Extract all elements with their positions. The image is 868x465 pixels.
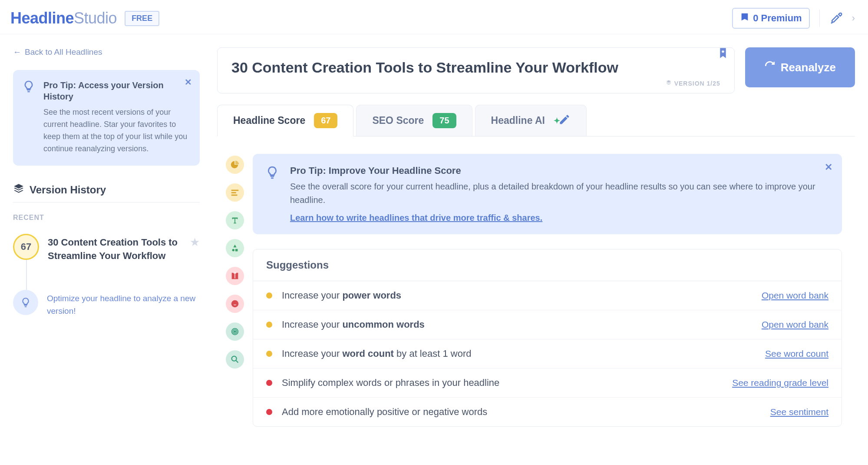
- type-icon[interactable]: [226, 211, 244, 229]
- refresh-icon: [764, 60, 776, 75]
- severity-dot: [266, 322, 272, 328]
- version-item[interactable]: 67 30 Content Creation Tools to Streamli…: [13, 234, 200, 263]
- suggestions-card: Suggestions Increase your power wordsOpe…: [253, 249, 842, 427]
- shapes-icon[interactable]: [226, 239, 244, 257]
- suggestion-row: Increase your power wordsOpen word bank: [253, 281, 842, 310]
- tabs: Headline Score 67 SEO Score 75 Headline …: [217, 105, 855, 136]
- header-divider: [819, 10, 820, 27]
- suggestion-text: Increase your word count by at least 1 w…: [282, 348, 765, 359]
- seo-score-value: 75: [432, 113, 456, 128]
- severity-dot: [266, 409, 272, 415]
- premium-label: 0 Premium: [753, 13, 802, 24]
- lightbulb-icon: [22, 80, 36, 155]
- main-pro-tip: Pro Tip: Improve Your Headline Score See…: [253, 154, 842, 234]
- reanalyze-label: Reanalyze: [781, 61, 836, 74]
- lightbulb-circle-icon: [13, 290, 38, 315]
- sidebar-tip-title: Pro Tip: Access your Version History: [43, 80, 191, 102]
- arrow-left-icon: ←: [13, 47, 21, 57]
- close-icon[interactable]: ✕: [185, 77, 192, 87]
- logo-primary: Headline: [10, 9, 74, 27]
- recent-label: RECENT: [13, 214, 200, 222]
- suggestion-link[interactable]: See word count: [765, 349, 828, 359]
- smile-icon[interactable]: [226, 295, 244, 313]
- stack-icon: [666, 80, 672, 87]
- suggestion-link[interactable]: See sentiment: [770, 407, 828, 417]
- tab-label: SEO Score: [372, 115, 424, 126]
- close-icon[interactable]: ✕: [825, 162, 832, 173]
- tab-label: Headline Score: [233, 115, 305, 126]
- suggestion-row: Increase your word count by at least 1 w…: [253, 339, 842, 369]
- suggestion-text: Increase your uncommon words: [282, 319, 762, 330]
- reanalyze-button[interactable]: Reanalyze: [745, 47, 855, 87]
- tab-seo-score[interactable]: SEO Score 75: [356, 105, 472, 136]
- suggestion-text: Add more emotionally positive or negativ…: [282, 406, 770, 418]
- sidebar: ← Back to All Headlines Pro Tip: Access …: [0, 34, 213, 465]
- main: 30 Content Creation Tools to Streamline …: [213, 34, 868, 465]
- tab-headline-ai[interactable]: Headline AI ✦: [475, 105, 587, 136]
- suggestion-link[interactable]: Open word bank: [762, 319, 828, 330]
- sidebar-pro-tip: Pro Tip: Access your Version History See…: [13, 70, 200, 166]
- logo[interactable]: HeadlineStudio: [10, 9, 117, 27]
- optimize-hint-text: Optimize your headline to analyze a new …: [47, 290, 200, 317]
- svg-rect-5: [235, 249, 238, 252]
- version-history-heading: Version History: [13, 183, 200, 197]
- lightbulb-icon: [265, 165, 280, 223]
- app-header: HeadlineStudio FREE 0 Premium ›: [0, 0, 868, 34]
- version-title: 30 Content Creation Tools to Streamline …: [48, 234, 200, 263]
- divider: [13, 202, 200, 203]
- main-tip-title: Pro Tip: Improve Your Headline Score: [290, 165, 830, 176]
- tab-label: Headline AI: [491, 115, 545, 126]
- back-link-label: Back to All Headlines: [25, 47, 102, 57]
- bookmark-icon[interactable]: [719, 48, 727, 62]
- svg-rect-6: [234, 272, 234, 274]
- tab-headline-score[interactable]: Headline Score 67: [217, 105, 353, 136]
- header-right: 0 Premium ›: [732, 8, 855, 29]
- svg-marker-3: [233, 245, 236, 247]
- headline-text: 30 Content Creation Tools to Streamline …: [231, 59, 720, 76]
- content-column: Pro Tip: Improve Your Headline Score See…: [253, 154, 855, 465]
- optimize-hint: Optimize your headline to analyze a new …: [13, 290, 200, 317]
- svg-point-8: [231, 300, 239, 308]
- main-tip-body: See the overall score for your current h…: [290, 180, 830, 207]
- tools-icon[interactable]: [829, 12, 842, 25]
- version-meta-text: VERSION 1/25: [674, 80, 720, 87]
- severity-dot: [266, 380, 272, 386]
- layers-icon: [13, 183, 24, 197]
- svg-rect-0: [231, 190, 239, 191]
- brand: HeadlineStudio FREE: [10, 9, 159, 27]
- version-meta: VERSION 1/25: [231, 80, 720, 87]
- logo-secondary: Studio: [74, 9, 117, 27]
- search-icon[interactable]: [226, 350, 244, 369]
- svg-rect-2: [231, 195, 238, 196]
- bars-icon[interactable]: [226, 183, 244, 202]
- main-tip-link[interactable]: Learn how to write headlines that drive …: [290, 213, 542, 223]
- target-icon[interactable]: [226, 322, 244, 341]
- svg-point-12: [232, 356, 237, 361]
- suggestion-row: Increase your uncommon wordsOpen word ba…: [253, 310, 842, 339]
- back-to-headlines-link[interactable]: ← Back to All Headlines: [13, 47, 200, 57]
- suggestion-row: Simplify complex words or phrases in you…: [253, 369, 842, 398]
- svg-point-11: [234, 331, 236, 332]
- suggestions-header: Suggestions: [253, 249, 842, 281]
- pencil-icon: [558, 113, 571, 128]
- severity-dot: [266, 351, 272, 357]
- headline-score-value: 67: [314, 113, 337, 128]
- suggestion-row: Add more emotionally positive or negativ…: [253, 398, 842, 426]
- plan-badge: FREE: [125, 11, 159, 26]
- svg-rect-1: [231, 192, 236, 193]
- suggestion-link[interactable]: Open word bank: [762, 290, 828, 301]
- timeline-line: [26, 260, 27, 290]
- book-icon[interactable]: [226, 267, 244, 285]
- pie-chart-icon[interactable]: [226, 156, 244, 174]
- suggestion-link[interactable]: See reading grade level: [732, 378, 828, 388]
- svg-rect-7: [235, 272, 236, 274]
- version-score-badge: 67: [13, 234, 39, 260]
- headline-input-box[interactable]: 30 Content Creation Tools to Streamline …: [217, 47, 735, 93]
- premium-button[interactable]: 0 Premium: [732, 8, 810, 29]
- version-history-label: Version History: [30, 184, 106, 196]
- suggestion-text: Simplify complex words or phrases in you…: [282, 377, 732, 389]
- chevron-right-icon[interactable]: ›: [852, 13, 855, 24]
- metric-icon-rail: [217, 154, 244, 465]
- star-icon[interactable]: ★: [190, 236, 200, 249]
- suggestion-text: Increase your power words: [282, 290, 762, 301]
